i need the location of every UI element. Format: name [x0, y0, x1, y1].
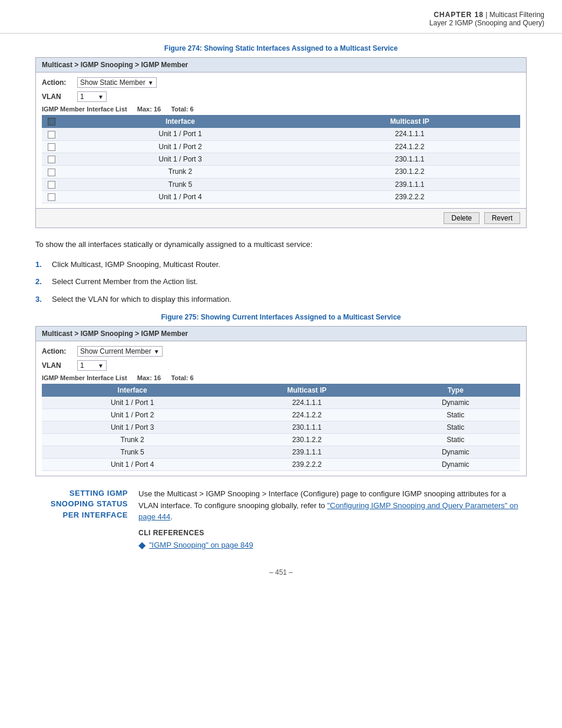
header-title-line2: Layer 2 IGMP (Snooping and Query) [18, 19, 544, 27]
cli-bullet-icon: ◆ [138, 539, 146, 551]
page-footer: – 451 – [0, 568, 562, 582]
checkbox-icon[interactable] [48, 131, 55, 139]
figure274-col-checkbox [42, 115, 61, 128]
steps-list: 1. Click Multicast, IGMP Snooping, Multi… [35, 259, 527, 305]
row-checkbox[interactable] [42, 190, 61, 203]
row-interface: Unit 1 / Port 3 [42, 421, 223, 434]
row-type: Static [391, 421, 520, 434]
table-row: Unit 1 / Port 2 224.1.2.2 [42, 140, 520, 153]
cli-title: CLI References [138, 529, 527, 537]
cli-item-0: ◆ "IGMP Snooping" on page 849 [138, 539, 527, 551]
page-header: CHAPTER 18 | Multicast Filtering Layer 2… [0, 0, 562, 34]
header-checkbox-icon[interactable] [48, 118, 55, 126]
row-multicast-ip: 224.1.2.2 [299, 140, 520, 153]
figure275-table: Interface Multicast IP Type Unit 1 / Por… [42, 384, 520, 471]
delete-button[interactable]: Delete [444, 212, 480, 224]
figure274-vlan-row: VLAN 1 ▼ [42, 91, 520, 102]
figure275-action-row: Action: Show Current Member ▼ [42, 346, 520, 357]
figure275-vlan-select[interactable]: 1 ▼ [77, 360, 107, 371]
row-interface: Unit 1 / Port 2 [61, 140, 299, 153]
setting-label-col: Setting IGMP Snooping Status per Interfa… [35, 488, 138, 523]
table-row: Unit 1 / Port 3 230.1.1.1 Static [42, 421, 520, 434]
dropdown-arrow-icon: ▼ [148, 80, 154, 86]
figure274-table: Interface Multicast IP Unit 1 / Port 1 2… [42, 115, 520, 203]
row-interface: Trunk 2 [42, 434, 223, 446]
figure275-action-label: Action: [42, 347, 77, 355]
table-row: Unit 1 / Port 1 224.1.1.1 Dynamic [42, 397, 520, 409]
figure274-action-value: Show Static Member [80, 78, 146, 87]
figure275-list-total: Total: 6 [171, 374, 193, 381]
checkbox-icon[interactable] [48, 143, 55, 151]
figure274-list-total: Total: 6 [171, 106, 193, 113]
row-checkbox[interactable] [42, 128, 61, 140]
row-multicast-ip: 230.1.2.2 [223, 434, 391, 446]
row-multicast-ip: 239.2.2.2 [223, 459, 391, 471]
row-type: Static [391, 434, 520, 446]
figure274-vlan-value: 1 [80, 93, 84, 101]
row-interface: Unit 1 / Port 1 [42, 397, 223, 409]
figure274-action-row: Action: Show Static Member ▼ [42, 77, 520, 88]
checkbox-icon[interactable] [48, 169, 55, 176]
setting-section: Setting IGMP Snooping Status per Interfa… [35, 488, 527, 523]
cli-link-0[interactable]: "IGMP Snooping" on page 849 [149, 541, 253, 549]
step2-num: 2. [35, 276, 52, 288]
checkbox-icon[interactable] [48, 193, 55, 201]
figure274-action-select[interactable]: Show Static Member ▼ [77, 77, 157, 88]
figure275-action-select[interactable]: Show Current Member ▼ [77, 346, 163, 357]
figure275-panel-header: Multicast > IGMP Snooping > IGMP Member [36, 327, 526, 341]
checkbox-icon[interactable] [48, 181, 55, 189]
chapter-label: CHAPTER 18 [434, 11, 484, 19]
table-row: Unit 1 / Port 2 224.1.2.2 Static [42, 409, 520, 421]
setting-label-line1: Setting IGMP [70, 489, 128, 498]
step-2: 2. Select Current Member from the Action… [35, 276, 527, 288]
figure274-vlan-select[interactable]: 1 ▼ [77, 91, 107, 102]
revert-button[interactable]: Revert [484, 212, 520, 224]
table-row: Trunk 5 239.1.1.1 [42, 178, 520, 190]
row-interface: Unit 1 / Port 2 [42, 409, 223, 421]
figure275-list-info: IGMP Member Interface List Max: 16 Total… [42, 374, 520, 381]
body-text: To show the all interfaces statically or… [35, 239, 527, 251]
header-title-line1: Multicast Filtering [490, 11, 544, 19]
setting-label-line3: per Interface [62, 510, 128, 519]
figure274-vlan-label: VLAN [42, 93, 77, 101]
figure274-action-label: Action: [42, 78, 77, 87]
figure275-vlan-row: VLAN 1 ▼ [42, 360, 520, 371]
row-checkbox[interactable] [42, 166, 61, 178]
figure274-list-info-label: IGMP Member Interface List [42, 106, 127, 113]
table-row: Unit 1 / Port 4 239.2.2.2 Dynamic [42, 459, 520, 471]
figure274-list-max: Max: 16 [137, 106, 161, 113]
row-checkbox[interactable] [42, 140, 61, 153]
figure274-footer: Delete Revert [36, 208, 526, 228]
row-interface: Trunk 5 [42, 446, 223, 459]
figure274-list-info: IGMP Member Interface List Max: 16 Total… [42, 106, 520, 113]
figure275-panel-body: Action: Show Current Member ▼ VLAN 1 ▼ I… [36, 341, 526, 476]
figure275-action-value: Show Current Member [80, 347, 151, 355]
table-row: Unit 1 / Port 4 239.2.2.2 [42, 190, 520, 203]
setting-label: Setting IGMP Snooping Status per Interfa… [35, 488, 128, 521]
row-multicast-ip: 239.1.1.1 [299, 178, 520, 190]
vlan-dropdown-arrow-icon: ▼ [98, 94, 104, 100]
figure274-col-interface: Interface [61, 115, 299, 128]
figure274-panel-header: Multicast > IGMP Snooping > IGMP Member [36, 58, 526, 73]
step3-text: Select the VLAN for which to display thi… [52, 294, 527, 305]
row-checkbox[interactable] [42, 178, 61, 190]
step1-num: 1. [35, 259, 52, 271]
setting-desc-end: . [170, 512, 173, 521]
row-type: Static [391, 409, 520, 421]
figure275-col-type: Type [391, 384, 520, 397]
row-checkbox[interactable] [42, 153, 61, 165]
row-multicast-ip: 224.1.1.1 [223, 397, 391, 409]
row-multicast-ip: 239.2.2.2 [299, 190, 520, 203]
table-row: Unit 1 / Port 1 224.1.1.1 [42, 128, 520, 140]
figure275-list-max: Max: 16 [137, 374, 161, 381]
row-multicast-ip: 224.1.2.2 [223, 409, 391, 421]
row-interface: Unit 1 / Port 1 [61, 128, 299, 140]
row-type: Dynamic [391, 446, 520, 459]
step-3: 3. Select the VLAN for which to display … [35, 294, 527, 305]
row-multicast-ip: 230.1.1.1 [223, 421, 391, 434]
row-type: Dynamic [391, 459, 520, 471]
figure275-panel: Multicast > IGMP Snooping > IGMP Member … [35, 326, 527, 476]
checkbox-icon[interactable] [48, 156, 55, 163]
figure274-panel: Multicast > IGMP Snooping > IGMP Member … [35, 57, 527, 228]
figure275-col-interface: Interface [42, 384, 223, 397]
